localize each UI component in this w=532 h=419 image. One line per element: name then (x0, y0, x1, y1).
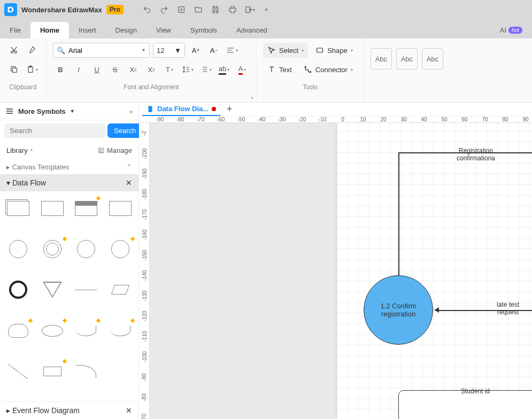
font-size-select[interactable]: 12▼ (153, 43, 185, 58)
close-icon[interactable]: ✕ (126, 406, 132, 415)
export-icon[interactable]: ▾ (243, 3, 256, 16)
shape-circle-2[interactable] (72, 237, 102, 261)
sidebar-section-event-flow[interactable]: ▸ Event Flow Diagram ✕ (0, 401, 138, 419)
document-tab[interactable]: Data Flow Dia... (142, 103, 220, 116)
shape-tool[interactable]: Shape▾ (311, 43, 357, 58)
increase-font-button[interactable]: A+ (188, 43, 203, 58)
sidebar-category-canvas[interactable]: ▸ Canvas Templates ⌃ (0, 160, 138, 174)
search-input[interactable] (4, 123, 105, 138)
undo-icon[interactable] (141, 3, 153, 16)
collapse-sidebar-button[interactable]: « (129, 107, 133, 115)
flow-label-bottom[interactable]: Student id (461, 387, 490, 395)
shape-arc-2[interactable] (105, 319, 135, 343)
shape-rect-2[interactable] (105, 197, 135, 220)
add-tab-button[interactable]: + (222, 104, 237, 115)
tab-view[interactable]: View (147, 22, 181, 38)
tab-home[interactable]: Home (30, 22, 69, 38)
manage-button[interactable]: Manage (98, 146, 132, 154)
select-tool[interactable]: Select▾ (263, 43, 308, 58)
shape-triangle[interactable] (37, 278, 67, 301)
align-button[interactable] (225, 43, 240, 58)
shape-diagonal[interactable] (3, 360, 33, 383)
font-input[interactable] (68, 46, 138, 55)
search-button[interactable]: Search (107, 123, 142, 138)
underline-button[interactable]: U (89, 62, 104, 77)
tab-symbols[interactable]: Symbols (181, 22, 227, 38)
superscript-button[interactable]: X2 (126, 62, 141, 77)
strikethrough-button[interactable]: S (107, 62, 122, 77)
shape-header-rect[interactable] (72, 197, 102, 220)
bold-button[interactable]: B (53, 62, 68, 77)
text-case-button[interactable]: T (162, 62, 177, 77)
canvas-wrap: -2-200 -190-180 -170-160 -150-140 -130-1… (139, 123, 532, 419)
copy-button[interactable] (6, 62, 21, 77)
title-bar: Wondershare EdrawMax Pro ▾ ▾ (0, 0, 532, 19)
shape-cloud[interactable] (3, 319, 33, 343)
print-icon[interactable] (226, 3, 239, 16)
italic-button[interactable]: I (71, 62, 86, 77)
shape-small-box[interactable] (37, 360, 67, 383)
flow-label-right[interactable]: late test request (487, 301, 529, 316)
ribbon: Clipboard 🔍 ▼ 12▼ A+ A− B I U S (0, 38, 532, 103)
library-toggle[interactable]: Library ⌃ (6, 146, 34, 154)
tab-ai[interactable]: AI hot (490, 22, 532, 38)
shape-curve[interactable] (72, 360, 102, 383)
format-painter-button[interactable] (25, 43, 40, 58)
font-caption: Font and Alignment (53, 83, 250, 91)
shape-circle-3[interactable] (105, 237, 135, 261)
search-icon: 🔍 (57, 46, 65, 55)
shape-double-circle[interactable] (37, 237, 67, 261)
style-preset-2[interactable]: Abc (396, 48, 418, 69)
line-spacing-button[interactable] (180, 62, 195, 77)
expand-icon[interactable]: ↘ (250, 95, 254, 100)
unsaved-indicator (212, 107, 216, 111)
font-select[interactable]: 🔍 ▼ (53, 43, 150, 58)
tab-design[interactable]: Design (106, 22, 147, 38)
shape-empty[interactable] (105, 360, 135, 383)
paper[interactable]: Registration confirmationa 1.2 Confirm r… (337, 123, 532, 419)
close-icon[interactable]: ✕ (126, 179, 132, 187)
shape-stacked-rect[interactable] (3, 197, 33, 220)
paste-button[interactable] (25, 62, 40, 77)
app-name: Wondershare EdrawMax (21, 6, 102, 14)
hot-badge: hot (508, 27, 522, 34)
shape-bold-circle[interactable] (3, 278, 33, 301)
highlight-button[interactable]: ab (217, 62, 232, 77)
tab-advanced[interactable]: Advanced (227, 22, 277, 38)
open-icon[interactable] (192, 3, 205, 16)
connector-top[interactable] (398, 152, 399, 278)
text-tool[interactable]: Text (263, 62, 296, 77)
new-icon[interactable] (175, 3, 188, 16)
tab-insert[interactable]: Insert (69, 22, 106, 38)
doc-icon (147, 105, 154, 113)
main-area: More Symbols ▼ « Search Library ⌃ Manage… (0, 103, 532, 419)
font-color-button[interactable]: A (235, 62, 250, 77)
horizontal-ruler: -90-80 -70-60 -50-40 -30-20 -100 1020 30… (139, 117, 532, 123)
shape-arc[interactable] (72, 319, 102, 343)
font-group: 🔍 ▼ 12▼ A+ A− B I U S X2 X2 T (47, 38, 257, 102)
document-tabs: Data Flow Dia... + (139, 103, 532, 117)
shape-line[interactable] (72, 278, 102, 301)
subscript-button[interactable]: X2 (144, 62, 159, 77)
tab-file[interactable]: File (0, 22, 30, 38)
connector-tool[interactable]: Connector▾ (299, 62, 357, 77)
shape-circle[interactable] (3, 237, 33, 261)
shape-ellipse[interactable] (37, 319, 67, 343)
process-node[interactable]: 1.2 Confirm registration (364, 275, 433, 345)
save-icon[interactable] (209, 3, 222, 16)
canvas[interactable]: Registration confirmationa 1.2 Confirm r… (150, 123, 532, 419)
sidebar-section-data-flow[interactable]: ▾ Data Flow ✕ (0, 174, 138, 191)
cut-button[interactable] (6, 43, 21, 58)
more-icon[interactable]: ▾ (260, 3, 273, 16)
library-row: Library ⌃ Manage (0, 141, 138, 160)
shape-diamond[interactable] (105, 278, 135, 301)
decrease-font-button[interactable]: A− (206, 43, 221, 58)
flow-label-top[interactable]: Registration confirmationa (441, 147, 511, 162)
chevron-down-icon: ▼ (141, 48, 146, 53)
style-preset-1[interactable]: Abc (371, 48, 392, 69)
style-preset-3[interactable]: Abc (422, 48, 443, 69)
list-button[interactable] (198, 62, 213, 77)
shape-rect[interactable] (37, 197, 67, 220)
symbols-icon (5, 107, 14, 115)
redo-icon[interactable] (158, 3, 171, 16)
